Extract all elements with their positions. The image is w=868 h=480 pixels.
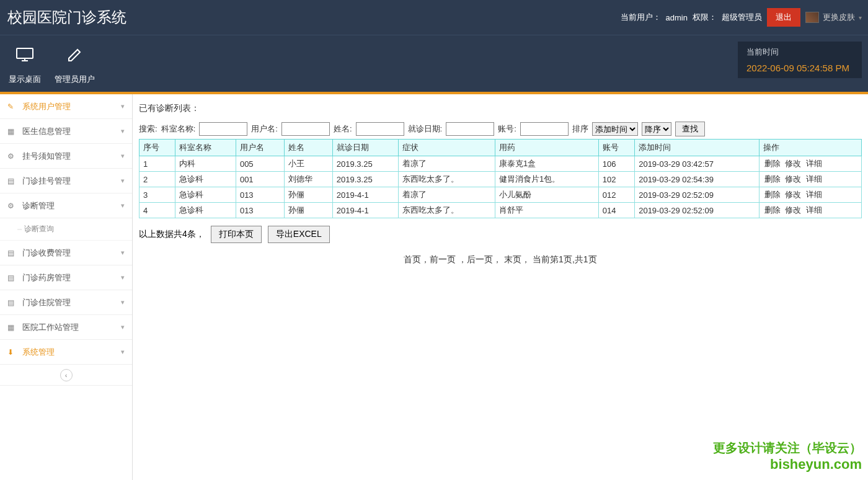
edit-link[interactable]: 修改 [785,190,801,199]
dept-input[interactable] [199,122,247,136]
search-prefix: 搜索: [139,123,157,135]
edit-link[interactable]: 修改 [785,174,801,184]
edit-link[interactable]: 修改 [785,205,801,215]
monitor-icon [0,47,50,68]
detail-link[interactable]: 详细 [806,159,822,168]
acct-label: 账号: [498,123,516,135]
current-user-label: 当前用户： [621,12,661,23]
sidebar-item-3[interactable]: ▤门诊挂号管理▾ [0,169,132,193]
menu-icon: ▤ [7,273,17,282]
search-button[interactable]: 查找 [675,122,705,136]
delete-link[interactable]: 删除 [764,190,781,199]
table-header: 姓名 [284,140,332,156]
toolbar-item-label: 显示桌面 [9,74,41,84]
time-label: 当前时间 [746,47,853,58]
sidebar-item-6[interactable]: ▤门诊药房管理▾ [0,265,132,290]
time-value: 2022-06-09 05:24:58 PM [746,63,853,73]
time-panel: 当前时间 2022-06-09 05:24:58 PM [738,42,862,78]
pencil-icon [50,47,99,68]
role-label: 权限： [693,12,717,23]
sidebar-item-label: 门诊药房管理 [22,272,71,283]
pager[interactable]: 首页，前一页 ，后一页， 末页， 当前第1页,共1页 [139,254,862,265]
table-cell: 2019-03-29 02:54:39 [635,172,759,187]
table-header: 就诊日期 [332,140,398,156]
sidebar-item-9[interactable]: ⬇系统管理▾ [0,340,132,365]
date-input[interactable] [446,122,494,136]
list-title: 已有诊断列表： [139,103,862,114]
edit-link[interactable]: 修改 [785,159,801,168]
sidebar-item-label: 系统用户管理 [22,101,71,112]
detail-link[interactable]: 详细 [806,190,822,199]
delete-link[interactable]: 删除 [764,205,781,215]
toolbar-show-desktop[interactable]: 显示桌面 [0,42,50,85]
chevron-down-icon: ▾ [121,249,125,257]
table-cell: 健胃消食片1包。 [495,172,598,187]
search-row: 搜索: 科室名称: 用户名: 姓名: 就诊日期: 账号: 排序 添加时间 降序 … [139,122,862,136]
app-title: 校园医院门诊系统 [7,7,126,27]
toolbar-item-label: 管理员用户 [55,74,95,84]
chevron-down-icon: ▾ [121,152,125,160]
table-cell: 001 [236,172,284,187]
sidebar-collapse-button[interactable]: ‹ [60,369,73,381]
sidebar-item-label: 门诊挂号管理 [22,176,71,187]
detail-link[interactable]: 详细 [806,205,822,215]
chevron-down-icon: ▾ [121,102,125,110]
table-cell: 东西吃太多了。 [399,203,495,218]
acct-input[interactable] [520,122,569,136]
logout-button[interactable]: 退出 [767,8,800,27]
submenu-item[interactable]: 诊断查询 [0,218,132,241]
menu-icon: ✎ [7,102,17,111]
detail-link[interactable]: 详细 [806,174,822,184]
sidebar-item-5[interactable]: ▤门诊收费管理▾ [0,241,132,265]
table-row: 4急诊科013孙俪2019-4-1东西吃太多了。肖舒平0142019-03-29… [140,203,862,218]
table-cell: 2019-03-29 02:52:09 [635,203,759,218]
menu-icon: ▦ [7,323,17,332]
name-label: 姓名: [334,123,352,135]
sidebar-item-label: 系统管理 [22,347,55,358]
table-cell: 013 [236,203,284,218]
sort-dir-select[interactable]: 降序 [642,122,671,136]
chevron-down-icon: ▾ [121,298,125,306]
sidebar-item-4[interactable]: ⚙诊断管理▾ [0,193,132,218]
table-cell: 012 [598,187,634,203]
sort-field-select[interactable]: 添加时间 [592,122,638,136]
svg-rect-0 [17,48,33,58]
date-label: 就诊日期: [408,123,443,135]
header-right: 当前用户： admin 权限： 超级管理员 退出 更换皮肤 ▾ [621,8,862,27]
table-cell: 刘德华 [284,172,332,187]
skin-switcher[interactable]: 更换皮肤 ▾ [805,12,862,23]
sidebar: ✎系统用户管理▾▦医生信息管理▾⚙挂号须知管理▾▤门诊挂号管理▾⚙诊断管理▾诊断… [0,94,133,480]
table-cell: 2 [140,172,175,187]
menu-icon: ⚙ [7,202,17,210]
table-cell: 东西吃太多了。 [399,172,495,187]
delete-link[interactable]: 删除 [764,159,781,168]
print-button[interactable]: 打印本页 [211,226,262,243]
role-value: 超级管理员 [722,12,762,23]
name-input[interactable] [356,122,404,136]
sidebar-item-8[interactable]: ▦医院工作站管理▾ [0,315,132,340]
sidebar-item-7[interactable]: ▤门诊住院管理▾ [0,290,132,315]
delete-link[interactable]: 删除 [764,174,781,184]
export-button[interactable]: 导出EXCEL [268,226,330,243]
chevron-down-icon: ▾ [859,14,862,21]
sidebar-item-2[interactable]: ⚙挂号须知管理▾ [0,144,132,169]
table-cell: 2019-4-1 [332,203,398,218]
table-cell: 014 [598,203,634,218]
sidebar-collapse-row: ‹ [0,365,132,386]
sidebar-item-0[interactable]: ✎系统用户管理▾ [0,94,132,119]
table-cell: 2019.3.25 [332,156,398,172]
sidebar-item-label: 门诊住院管理 [22,297,71,308]
skin-swatch-icon [805,12,819,23]
menu-icon: ▤ [7,177,17,185]
user-input[interactable] [281,122,330,136]
count-text: 以上数据共4条， [139,229,205,240]
sidebar-item-1[interactable]: ▦医生信息管理▾ [0,119,132,144]
table-cell: 013 [236,187,284,203]
table-cell: 小儿氨酚 [495,187,598,203]
table-header: 用药 [495,140,598,156]
chevron-down-icon: ▾ [121,348,125,356]
table-row: 1内科005小王2019.3.25着凉了康泰克1盒1062019-03-29 0… [140,156,862,172]
chevron-down-icon: ▾ [121,323,125,331]
toolbar-admin-user[interactable]: 管理员用户 [50,42,99,85]
table-cell: 2019-4-1 [332,187,398,203]
